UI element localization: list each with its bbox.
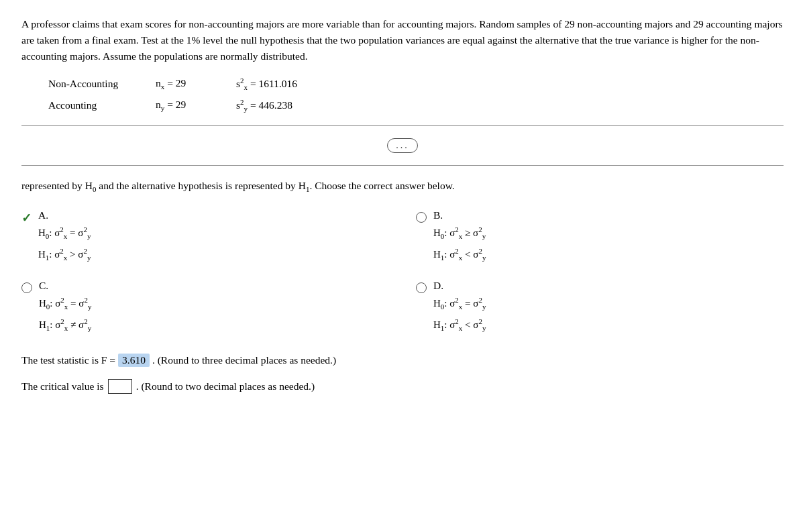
radio-circle-c[interactable] xyxy=(21,282,32,293)
option-b-content: B. H0: σ2x ≥ σ2y H1: σ2x < σ2y xyxy=(433,209,486,264)
option-b-h0: H0: σ2x ≥ σ2y xyxy=(433,224,486,243)
non-accounting-s: s2x = 1611.016 xyxy=(236,76,357,91)
critical-val-prefix: The critical value is xyxy=(21,380,104,392)
option-a-h1: H1: σ2x > σ2y xyxy=(38,246,91,264)
option-b-radio[interactable] xyxy=(416,209,427,223)
option-c-content: C. H0: σ2x = σ2y H1: σ2x ≠ σ2y xyxy=(39,280,91,334)
accounting-s: s2y = 446.238 xyxy=(236,98,357,113)
non-accounting-label: Non-Accounting xyxy=(48,78,156,90)
radio-circle-b[interactable] xyxy=(416,212,427,223)
option-b[interactable]: B. H0: σ2x ≥ σ2y H1: σ2x < σ2y xyxy=(416,209,784,264)
option-c[interactable]: C. H0: σ2x = σ2y H1: σ2x ≠ σ2y xyxy=(21,280,389,334)
option-a-h0: H0: σ2x = σ2y xyxy=(38,224,91,243)
accounting-label: Accounting xyxy=(48,99,156,111)
intro-paragraph: A professor claims that exam scores for … xyxy=(21,16,784,64)
option-c-radio[interactable] xyxy=(21,280,32,293)
option-a-content: A. H0: σ2x = σ2y H1: σ2x > σ2y xyxy=(38,209,91,264)
option-d-radio[interactable] xyxy=(416,280,427,293)
critical-val-input[interactable] xyxy=(108,379,132,394)
option-c-letter: C. xyxy=(39,280,89,292)
critical-val-suffix: . (Round to two decimal places as needed… xyxy=(136,380,315,392)
option-b-letter: B. xyxy=(433,209,483,221)
ellipsis-container: ... xyxy=(21,138,784,153)
test-stat-line: The test statistic is F = 3.610 . (Round… xyxy=(21,354,784,367)
option-a-letter: A. xyxy=(38,209,88,221)
test-stat-value: 3.610 xyxy=(118,354,150,367)
option-a-radio[interactable]: ✓ xyxy=(21,209,32,225)
test-stat-suffix: . (Round to three decimal places as need… xyxy=(152,354,336,366)
option-d-h0: H0: σ2x = σ2y xyxy=(433,295,486,313)
option-d-letter: D. xyxy=(433,280,483,292)
data-table: Non-Accounting nx = 29 s2x = 1611.016 Ac… xyxy=(48,76,784,113)
test-stat-prefix: The test statistic is F = xyxy=(21,354,115,366)
accounting-n: ny = 29 xyxy=(156,99,236,112)
radio-circle-d[interactable] xyxy=(416,282,427,293)
checkmark-icon-a: ✓ xyxy=(21,211,32,225)
option-b-h1: H1: σ2x < σ2y xyxy=(433,246,486,264)
divider-bottom xyxy=(21,165,784,166)
ellipsis-button[interactable]: ... xyxy=(387,138,418,153)
option-d-content: D. H0: σ2x = σ2y H1: σ2x < σ2y xyxy=(433,280,486,334)
option-c-h0: H0: σ2x = σ2y xyxy=(39,295,91,313)
continuation-text: represented by H0 and the alternative hy… xyxy=(21,178,784,195)
option-d-h1: H1: σ2x < σ2y xyxy=(433,316,486,335)
divider-top xyxy=(21,125,784,126)
option-d[interactable]: D. H0: σ2x = σ2y H1: σ2x < σ2y xyxy=(416,280,784,334)
option-a[interactable]: ✓ A. H0: σ2x = σ2y H1: σ2x > σ2y xyxy=(21,209,389,264)
non-accounting-n: nx = 29 xyxy=(156,77,236,91)
option-c-h1: H1: σ2x ≠ σ2y xyxy=(39,316,91,335)
critical-val-line: The critical value is . (Round to two de… xyxy=(21,379,784,394)
options-grid: ✓ A. H0: σ2x = σ2y H1: σ2x > σ2y B. H0: … xyxy=(21,209,784,334)
